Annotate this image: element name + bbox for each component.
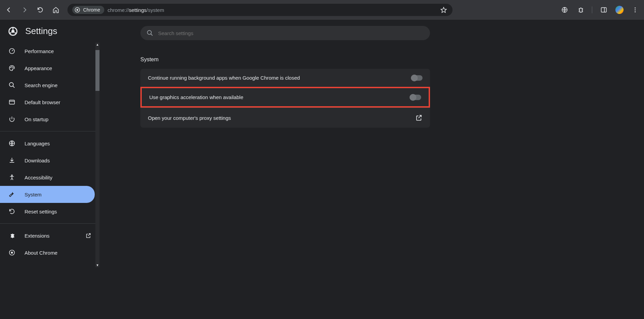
chrome-icon <box>74 7 80 13</box>
row-background-apps: Continue running background apps when Go… <box>140 69 430 87</box>
search-input[interactable] <box>158 30 424 36</box>
download-icon <box>8 157 16 164</box>
extensions-icon[interactable] <box>576 6 584 14</box>
sidebar-separator <box>0 131 99 131</box>
search-icon <box>8 81 16 89</box>
section-title: System <box>140 57 430 63</box>
toolbar-right <box>561 6 639 14</box>
sidebar-item-label: About Chrome <box>25 250 58 256</box>
reset-icon <box>8 208 16 215</box>
settings-header: Settings <box>0 20 99 43</box>
browser-icon <box>8 98 16 106</box>
main-content: System Continue running background apps … <box>99 20 644 319</box>
sidebar-item-label: Performance <box>25 48 54 54</box>
sidebar-item-about-chrome[interactable]: About Chrome <box>0 244 99 261</box>
sidebar-item-accessibility[interactable]: Accessibility <box>0 169 99 186</box>
search-box[interactable] <box>140 26 430 40</box>
settings-card: Continue running background apps when Go… <box>140 69 430 128</box>
chrome-icon <box>8 249 16 256</box>
scrollbar-track[interactable]: ▲ ▼ <box>95 43 99 267</box>
sidebar-scroll: Performance Appearance Search engine Def… <box>0 43 99 267</box>
row-label: Open your computer's proxy settings <box>148 115 231 121</box>
svg-point-6 <box>635 11 636 12</box>
page-title: Settings <box>25 26 57 36</box>
svg-point-5 <box>635 10 636 11</box>
back-button[interactable] <box>5 6 13 14</box>
bookmark-button[interactable] <box>440 6 448 14</box>
external-link-icon <box>415 114 423 122</box>
chrome-logo-icon <box>8 27 18 36</box>
svg-rect-3 <box>601 7 607 12</box>
forward-button[interactable] <box>20 6 29 14</box>
row-proxy-settings[interactable]: Open your computer's proxy settings <box>140 108 430 128</box>
sidebar-item-extensions[interactable]: Extensions <box>0 227 99 244</box>
content-area: Settings Performance Appearance Search e… <box>0 20 644 319</box>
scrollbar-thumb[interactable] <box>95 50 99 91</box>
sidebar-item-label: Appearance <box>25 65 52 71</box>
svg-rect-14 <box>10 100 15 104</box>
row-label: Use graphics acceleration when available <box>149 94 243 100</box>
svg-point-11 <box>12 66 12 67</box>
svg-point-19 <box>148 31 152 35</box>
svg-point-8 <box>11 30 14 33</box>
toggle-background-apps[interactable] <box>411 75 423 81</box>
url-display: chrome://settings/system <box>108 7 164 13</box>
sidebar: Settings Performance Appearance Search e… <box>0 20 99 319</box>
sidebar-item-performance[interactable]: Performance <box>0 43 99 60</box>
svg-point-1 <box>76 9 78 11</box>
site-chip[interactable]: Chrome <box>72 6 104 14</box>
home-button[interactable] <box>52 6 60 14</box>
accessibility-icon <box>8 174 16 181</box>
side-panel-icon[interactable] <box>600 6 608 14</box>
sidebar-item-system[interactable]: System <box>0 186 95 203</box>
svg-point-12 <box>13 67 14 68</box>
puzzle-icon <box>8 232 16 239</box>
scroll-up-arrow[interactable]: ▲ <box>95 43 99 47</box>
separator <box>592 6 592 13</box>
sidebar-item-label: Extensions <box>25 233 49 239</box>
profile-avatar[interactable] <box>615 6 624 14</box>
scroll-down-arrow[interactable]: ▼ <box>95 263 99 267</box>
menu-button[interactable] <box>631 6 639 14</box>
address-bar[interactable]: Chrome chrome://settings/system <box>67 4 453 16</box>
power-icon <box>8 115 16 123</box>
sidebar-item-label: Languages <box>25 141 50 146</box>
external-link-icon <box>85 233 91 239</box>
sidebar-item-default-browser[interactable]: Default browser <box>0 94 99 111</box>
gauge-icon <box>8 47 16 55</box>
nav-button-group <box>5 6 60 14</box>
reload-button[interactable] <box>36 6 44 14</box>
globe-icon[interactable] <box>561 6 569 14</box>
globe-icon <box>8 140 16 147</box>
sidebar-item-label: System <box>25 192 42 197</box>
row-label: Continue running background apps when Go… <box>148 75 300 81</box>
search-wrap <box>99 26 644 40</box>
svg-point-13 <box>10 83 14 87</box>
svg-point-10 <box>11 67 11 68</box>
sidebar-item-label: Default browser <box>25 99 60 105</box>
sidebar-item-label: Downloads <box>25 158 50 163</box>
wrench-icon <box>8 191 16 198</box>
search-icon <box>147 30 153 36</box>
toggle-graphics-acceleration[interactable] <box>410 95 421 100</box>
system-section: System Continue running background apps … <box>140 57 430 128</box>
sidebar-separator <box>0 223 99 224</box>
sidebar-item-appearance[interactable]: Appearance <box>0 60 99 77</box>
sidebar-item-label: Accessibility <box>25 175 52 180</box>
row-graphics-acceleration: Use graphics acceleration when available <box>140 87 430 108</box>
sidebar-item-search-engine[interactable]: Search engine <box>0 77 99 94</box>
svg-point-16 <box>11 175 12 176</box>
sidebar-item-label: Search engine <box>25 82 58 88</box>
sidebar-item-languages[interactable]: Languages <box>0 135 99 152</box>
svg-point-4 <box>635 7 636 9</box>
palette-icon <box>8 64 16 72</box>
svg-point-18 <box>11 252 13 254</box>
chip-label: Chrome <box>83 7 100 13</box>
sidebar-item-reset-settings[interactable]: Reset settings <box>0 203 99 220</box>
sidebar-item-label: On startup <box>25 116 48 122</box>
sidebar-item-downloads[interactable]: Downloads <box>0 152 99 169</box>
sidebar-item-on-startup[interactable]: On startup <box>0 111 99 128</box>
browser-toolbar: Chrome chrome://settings/system <box>0 0 644 20</box>
sidebar-item-label: Reset settings <box>25 209 57 214</box>
